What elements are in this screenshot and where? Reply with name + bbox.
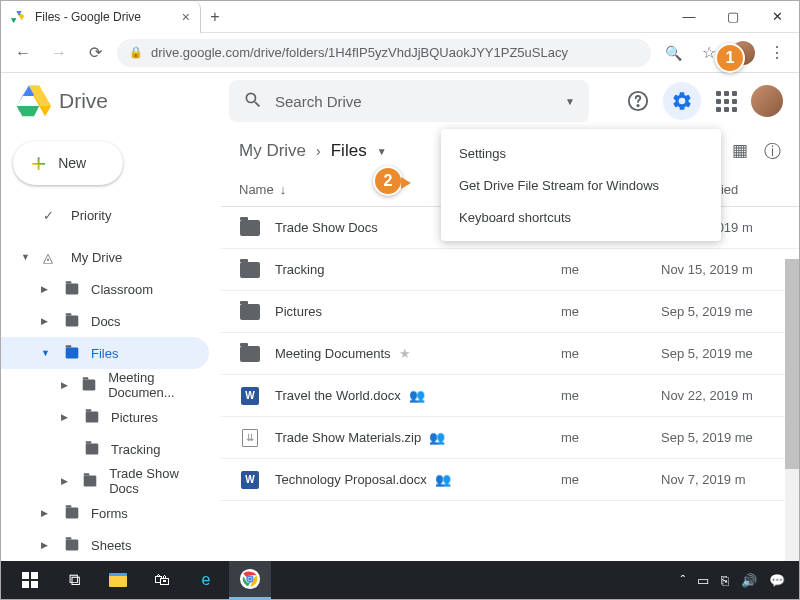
file-modified: Nov 7, 2019 m xyxy=(661,472,781,487)
file-name: Tracking xyxy=(275,262,561,277)
search-input[interactable]: Search Drive ▼ xyxy=(229,80,589,122)
menu-filestream[interactable]: Get Drive File Stream for Windows xyxy=(441,169,721,201)
sidebar-item-forms[interactable]: ▶ Forms xyxy=(1,497,209,529)
sidebar-item-tracking[interactable]: Tracking xyxy=(1,433,209,465)
caret-icon[interactable]: ▶ xyxy=(41,316,53,326)
caret-icon[interactable]: ▶ xyxy=(61,380,70,390)
main-area: + New ✓ Priority ▼◬ My Drive ▶ Classroom… xyxy=(1,129,799,557)
folder-icon xyxy=(239,217,261,239)
menu-shortcuts[interactable]: Keyboard shortcuts xyxy=(441,201,721,233)
account-avatar[interactable] xyxy=(751,85,783,117)
browser-tab[interactable]: Files - Google Drive × xyxy=(1,1,201,33)
search-options-caret[interactable]: ▼ xyxy=(565,96,575,107)
sidebar-item-priority[interactable]: ✓ Priority xyxy=(1,199,209,231)
menu-settings[interactable]: Settings xyxy=(441,137,721,169)
breadcrumb-root[interactable]: My Drive xyxy=(239,141,306,161)
svg-rect-6 xyxy=(31,572,38,579)
plus-icon: + xyxy=(31,150,46,176)
sidebar-item-sheets[interactable]: ▶ Sheets xyxy=(1,529,209,557)
maximize-button[interactable]: ▢ xyxy=(711,2,755,32)
folder-icon xyxy=(81,473,99,489)
file-row[interactable]: TrackingmeNov 15, 2019 m xyxy=(221,249,799,291)
breadcrumb-current[interactable]: Files xyxy=(331,141,367,161)
apps-grid-button[interactable] xyxy=(707,82,745,120)
scrollbar[interactable] xyxy=(785,259,799,579)
sidebar-item-pictures[interactable]: ▶ Pictures xyxy=(1,401,209,433)
word-icon: W xyxy=(239,385,261,407)
window-controls: — ▢ ✕ xyxy=(667,2,799,32)
store-icon[interactable]: 🛍 xyxy=(141,561,183,599)
file-name: Meeting Documents ★ xyxy=(275,346,561,361)
sidebar-item-docs[interactable]: ▶ Docs xyxy=(1,305,209,337)
shared-icon: 👥 xyxy=(429,430,445,445)
file-row[interactable]: ⇊Trade Show Materials.zip 👥meSep 5, 2019… xyxy=(221,417,799,459)
caret-icon[interactable]: ▶ xyxy=(41,284,53,294)
folder-icon xyxy=(63,281,81,297)
close-window-button[interactable]: ✕ xyxy=(755,2,799,32)
folder-icon xyxy=(63,537,81,553)
shared-icon: 👥 xyxy=(435,472,451,487)
file-owner: me xyxy=(561,430,661,445)
drive-logo[interactable]: Drive xyxy=(17,84,217,118)
folder-icon xyxy=(239,259,261,281)
caret-icon[interactable]: ▼ xyxy=(41,348,53,358)
folder-icon xyxy=(63,345,81,361)
info-button[interactable]: ⓘ xyxy=(764,140,781,163)
chevron-down-icon[interactable]: ▼ xyxy=(377,146,387,157)
file-row[interactable]: WTravel the World.docx 👥meNov 22, 2019 m xyxy=(221,375,799,417)
new-button[interactable]: + New xyxy=(13,141,123,185)
drive-header: Drive Search Drive ▼ xyxy=(1,73,799,129)
tray-volume-icon[interactable]: 🔊 xyxy=(741,573,757,588)
search-icon xyxy=(243,90,263,113)
sidebar-item-classroom[interactable]: ▶ Classroom xyxy=(1,273,209,305)
folder-icon xyxy=(239,301,261,323)
url-input[interactable]: 🔒 drive.google.com/drive/folders/1H4fIP5… xyxy=(117,39,651,67)
tray-wifi-icon[interactable]: ⎘ xyxy=(721,573,729,588)
file-modified: Nov 22, 2019 m xyxy=(661,388,781,403)
drive-app-name: Drive xyxy=(59,89,108,113)
sort-arrow-icon: ↓ xyxy=(280,182,287,197)
caret-icon[interactable]: ▶ xyxy=(41,508,53,518)
sidebar-item-tradeshow[interactable]: ▶ Trade Show Docs xyxy=(1,465,209,497)
forward-button[interactable]: → xyxy=(45,39,73,67)
sidebar-item-mydrive[interactable]: ▼◬ My Drive xyxy=(1,241,209,273)
reload-button[interactable]: ⟳ xyxy=(81,39,109,67)
zoom-icon[interactable]: 🔍 xyxy=(659,39,687,67)
caret-icon[interactable]: ▶ xyxy=(41,540,53,550)
caret-icon[interactable]: ▶ xyxy=(61,412,73,422)
file-owner: me xyxy=(561,304,661,319)
sidebar: + New ✓ Priority ▼◬ My Drive ▶ Classroom… xyxy=(1,129,221,557)
callout-1: 1 xyxy=(715,43,745,73)
explorer-icon[interactable] xyxy=(97,561,139,599)
caret-icon[interactable]: ▶ xyxy=(61,476,71,486)
edge-icon[interactable]: e xyxy=(185,561,227,599)
tray-up-icon[interactable]: ˆ xyxy=(681,573,685,588)
chevron-right-icon: › xyxy=(316,143,321,159)
folder-icon xyxy=(63,505,81,521)
new-label: New xyxy=(58,155,86,171)
grid-view-button[interactable]: ▦ xyxy=(732,140,748,163)
taskview-icon[interactable]: ⧉ xyxy=(53,561,95,599)
file-row[interactable]: Meeting Documents ★meSep 5, 2019 me xyxy=(221,333,799,375)
settings-gear-button[interactable] xyxy=(663,82,701,120)
system-tray[interactable]: ˆ ▭ ⎘ 🔊 💬 xyxy=(681,573,791,588)
start-button[interactable] xyxy=(9,561,51,599)
browser-menu-icon[interactable]: ⋮ xyxy=(763,39,791,67)
file-row[interactable]: PicturesmeSep 5, 2019 me xyxy=(221,291,799,333)
folder-icon xyxy=(239,343,261,365)
minimize-button[interactable]: — xyxy=(667,2,711,32)
close-tab-icon[interactable]: × xyxy=(182,9,190,25)
tray-battery-icon[interactable]: ▭ xyxy=(697,573,709,588)
file-modified: Sep 5, 2019 me xyxy=(661,346,781,361)
sidebar-item-files[interactable]: ▼ Files xyxy=(1,337,209,369)
file-row[interactable]: WTechnology Proposal.docx 👥meNov 7, 2019… xyxy=(221,459,799,501)
help-button[interactable] xyxy=(619,82,657,120)
caret-icon[interactable]: ▼ xyxy=(21,252,33,262)
back-button[interactable]: ← xyxy=(9,39,37,67)
sidebar-item-meeting[interactable]: ▶ Meeting Documen... xyxy=(1,369,209,401)
tray-notifications-icon[interactable]: 💬 xyxy=(769,573,785,588)
chrome-icon[interactable] xyxy=(229,561,271,599)
content-area: My Drive › Files ▼ ▦ ⓘ Name ↓ Owner Last… xyxy=(221,129,799,557)
url-text: drive.google.com/drive/folders/1H4fIP5yz… xyxy=(151,45,568,60)
new-tab-button[interactable]: + xyxy=(201,3,229,31)
